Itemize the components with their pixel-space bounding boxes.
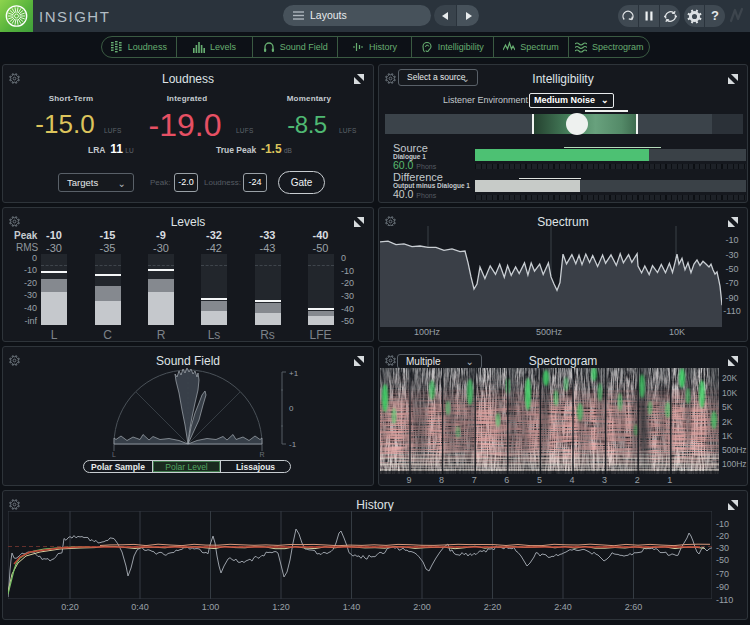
svg-text:+1: +1 bbox=[289, 369, 299, 378]
svg-text:0: 0 bbox=[289, 404, 294, 413]
svg-text:-1: -1 bbox=[289, 440, 297, 447]
svg-text:R: R bbox=[259, 451, 264, 457]
svg-text:L: L bbox=[112, 451, 116, 457]
